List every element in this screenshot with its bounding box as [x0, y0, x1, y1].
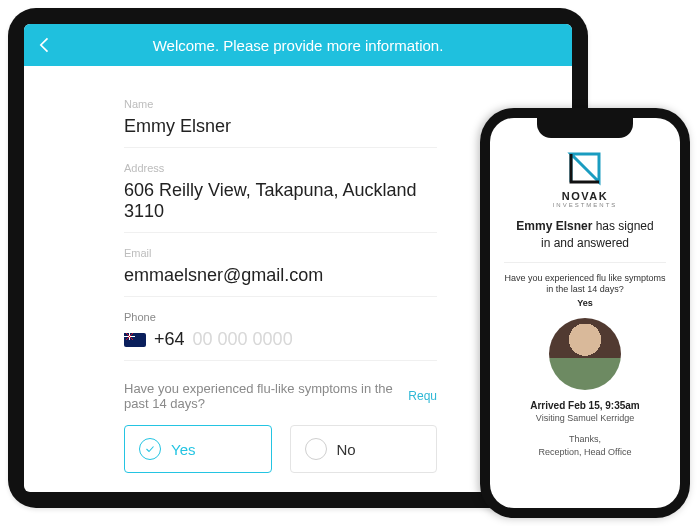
- brand-tagline: INVESTMENTS: [553, 202, 618, 208]
- signed-in-name: Emmy Elsner: [516, 219, 592, 233]
- name-field[interactable]: Emmy Elsner: [124, 112, 437, 148]
- signed-in-message: Emmy Elsner has signed in and answered: [510, 218, 660, 252]
- divider: [504, 262, 666, 263]
- brand-name: NOVAK: [562, 190, 608, 202]
- back-arrow-icon[interactable]: [24, 35, 66, 55]
- phone-country-code: +64: [154, 329, 185, 350]
- option-no[interactable]: No: [290, 425, 438, 473]
- address-label: Address: [124, 162, 437, 174]
- phone-label: Phone: [124, 311, 437, 323]
- flag-nz-icon[interactable]: [124, 333, 146, 347]
- arrival-time: Arrived Feb 15, 9:35am: [530, 400, 640, 411]
- health-question-row: Have you experienced flu-like symptoms i…: [124, 381, 437, 411]
- phone-screen: NOVAK INVESTMENTS Emmy Elsner has signed…: [490, 118, 680, 508]
- confirmation-question: Have you experienced flu like symptoms i…: [504, 273, 666, 296]
- footer-from: Reception, Head Office: [539, 446, 632, 459]
- radio-unselected-icon: [305, 438, 327, 460]
- radio-selected-icon: [139, 438, 161, 460]
- address-field[interactable]: 606 Reilly View, Takapuna, Auckland 3110: [124, 176, 437, 233]
- option-no-label: No: [337, 441, 356, 458]
- brand-logo-icon: [565, 148, 605, 188]
- footer-thanks: Thanks,: [539, 433, 632, 446]
- header-bar: Welcome. Please provide more information…: [24, 24, 572, 66]
- phone-notch: [537, 118, 633, 138]
- health-question-text: Have you experienced flu-like symptoms i…: [124, 381, 408, 411]
- header-title: Welcome. Please provide more information…: [66, 37, 572, 54]
- name-label: Name: [124, 98, 437, 110]
- confirmation-answer: Yes: [577, 298, 593, 308]
- footer-message: Thanks, Reception, Head Office: [539, 433, 632, 458]
- phone-placeholder: 00 000 0000: [193, 329, 293, 350]
- option-yes-label: Yes: [171, 441, 195, 458]
- required-indicator: Requ: [408, 389, 437, 403]
- visitor-avatar: [549, 318, 621, 390]
- health-question-options: Yes No: [124, 425, 437, 473]
- visiting-host: Visiting Samuel Kerridge: [536, 413, 634, 423]
- email-field[interactable]: emmaelsner@gmail.com: [124, 261, 437, 297]
- option-yes[interactable]: Yes: [124, 425, 272, 473]
- phone-field[interactable]: +64 00 000 0000: [124, 323, 437, 361]
- email-label: Email: [124, 247, 437, 259]
- phone-device-frame: NOVAK INVESTMENTS Emmy Elsner has signed…: [480, 108, 690, 518]
